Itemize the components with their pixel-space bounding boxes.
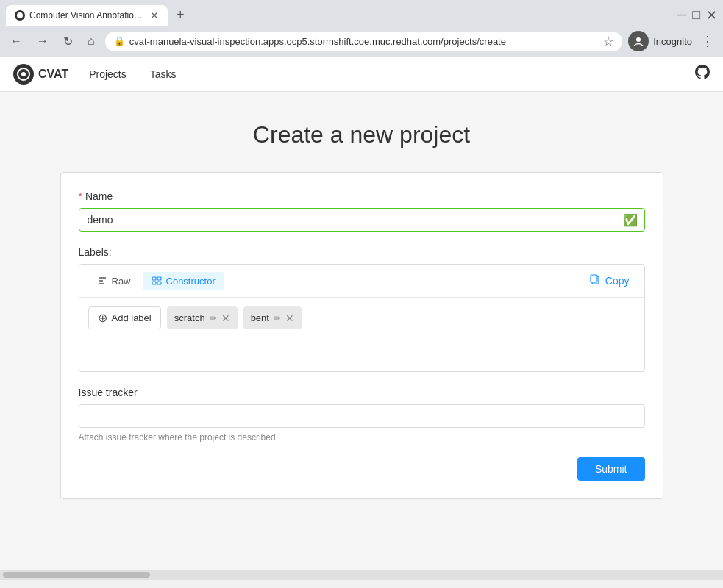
svg-rect-5 xyxy=(152,277,156,280)
label-tag-scratch: scratch ✏ ✕ xyxy=(167,306,238,329)
name-field-group: * Name ✅ xyxy=(79,190,645,232)
close-window-icon[interactable]: ✕ xyxy=(706,7,717,24)
incognito-label: Incognito xyxy=(653,36,692,47)
name-label: * Name xyxy=(79,190,645,202)
page-title: Create a new project xyxy=(253,121,470,148)
issue-tracker-label: Issue tracker xyxy=(79,387,645,398)
incognito-icon xyxy=(628,31,649,51)
add-icon: ⊕ xyxy=(98,311,107,325)
svg-point-1 xyxy=(636,37,641,42)
label-tag-bent: bent ✏ ✕ xyxy=(243,306,302,329)
raw-tab-icon xyxy=(97,276,107,286)
minimize-icon[interactable]: ─ xyxy=(677,7,686,24)
copy-label: Copy xyxy=(605,275,630,287)
new-tab-button[interactable]: + xyxy=(171,4,190,26)
svg-rect-6 xyxy=(157,277,161,280)
logo: CVAT xyxy=(12,62,68,86)
create-project-form: * Name ✅ Labels: xyxy=(60,172,663,499)
add-label-button[interactable]: ⊕ Add label xyxy=(88,306,161,329)
home-button[interactable]: ⌂ xyxy=(83,32,99,51)
tab-constructor[interactable]: Constructor xyxy=(143,272,224,290)
svg-point-0 xyxy=(17,12,23,18)
back-button[interactable]: ← xyxy=(6,32,26,51)
maximize-icon[interactable]: □ xyxy=(692,7,700,24)
browser-tab[interactable]: Computer Vision Annotation T ✕ xyxy=(6,5,168,26)
label-tag-text: scratch xyxy=(174,312,205,323)
window-controls: ─ □ ✕ xyxy=(677,7,717,24)
reload-button[interactable]: ↻ xyxy=(59,32,77,51)
scrollbar-thumb[interactable] xyxy=(3,572,150,578)
lock-icon: 🔒 xyxy=(114,36,125,46)
header-right xyxy=(694,63,711,85)
copy-svg-icon xyxy=(589,273,601,285)
incognito-area: Incognito xyxy=(628,31,692,51)
browser-toolbar: ← → ↻ ⌂ 🔒 cvat-manuela-visual-inspection… xyxy=(0,26,723,57)
issue-tracker-input[interactable] xyxy=(79,404,645,428)
svg-rect-7 xyxy=(152,282,156,284)
form-actions: Submit xyxy=(79,457,645,481)
edit-bent-icon[interactable]: ✏ xyxy=(274,313,281,323)
issue-tracker-section: Issue tracker Attach issue tracker where… xyxy=(79,387,645,442)
github-icon[interactable] xyxy=(694,63,711,85)
name-input[interactable] xyxy=(79,208,645,232)
required-indicator: * xyxy=(79,190,82,202)
label-tag-text: bent xyxy=(251,312,269,323)
horizontal-scrollbar[interactable] xyxy=(0,570,723,580)
copy-icon xyxy=(589,273,601,288)
tab-raw[interactable]: Raw xyxy=(88,272,140,290)
main-content: Create a new project * Name ✅ Labels: xyxy=(0,92,723,570)
success-icon: ✅ xyxy=(623,213,638,227)
remove-bent-icon[interactable]: ✕ xyxy=(285,312,294,324)
url-text: cvat-manuela-visual-inspection.apps.ocp5… xyxy=(129,36,599,47)
labels-section: Labels: Raw xyxy=(79,246,645,372)
app-header: CVAT Projects Tasks xyxy=(0,57,723,92)
tab-favicon xyxy=(15,10,25,21)
issue-tracker-hint: Attach issue tracker where the project i… xyxy=(79,432,645,442)
forward-button[interactable]: → xyxy=(32,32,53,51)
svg-rect-10 xyxy=(591,275,597,282)
address-bar[interactable]: 🔒 cvat-manuela-visual-inspection.apps.oc… xyxy=(105,32,623,51)
bookmark-button[interactable]: ☆ xyxy=(603,35,613,49)
tab-raw-label: Raw xyxy=(112,276,131,287)
tab-constructor-label: Constructor xyxy=(166,276,216,287)
remove-scratch-icon[interactable]: ✕ xyxy=(221,312,230,324)
name-input-wrapper: ✅ xyxy=(79,208,645,232)
more-options-button[interactable]: ⋮ xyxy=(698,30,717,52)
tab-title: Computer Vision Annotation T xyxy=(29,10,146,21)
submit-button[interactable]: Submit xyxy=(577,457,645,481)
logo-text: CVAT xyxy=(38,68,68,81)
add-label-text: Add label xyxy=(112,312,152,323)
app-container: CVAT Projects Tasks Create a new project… xyxy=(0,57,723,580)
edit-scratch-icon[interactable]: ✏ xyxy=(210,313,217,323)
labels-tabs-container: Raw Constructor xyxy=(79,264,645,372)
tab-close-button[interactable]: ✕ xyxy=(150,10,159,21)
nav-projects[interactable]: Projects xyxy=(86,58,129,90)
browser-chrome: Computer Vision Annotation T ✕ + ─ □ ✕ ←… xyxy=(0,0,723,57)
nav-tasks[interactable]: Tasks xyxy=(147,58,179,90)
labels-body: ⊕ Add label scratch ✏ ✕ bent ✏ ✕ xyxy=(79,298,644,371)
labels-title: Labels: xyxy=(79,246,645,258)
name-label-text: Name xyxy=(85,190,113,202)
copy-button[interactable]: Copy xyxy=(583,270,635,291)
constructor-tab-icon xyxy=(152,276,162,286)
labels-tabs-header: Raw Constructor xyxy=(79,265,644,298)
logo-icon xyxy=(12,62,35,86)
svg-point-4 xyxy=(21,72,26,76)
svg-rect-8 xyxy=(157,282,161,284)
